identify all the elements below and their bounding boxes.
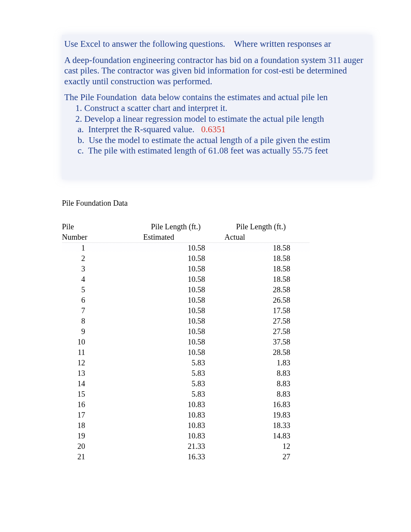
table-row: 110.5818.58 [62,242,310,253]
table-row: 155.838.83 [62,389,310,399]
table-row: 210.5818.58 [62,253,310,264]
table-row: 1610.8316.83 [62,399,310,410]
cell-pile-number: 11 [62,347,139,358]
table-row: 510.5828.58 [62,285,310,295]
cell-pile-number: 10 [62,337,139,347]
cell-actual: 1.83 [224,358,310,368]
question-2a-text: a. Interpret the R-squared value. [64,124,201,134]
cell-pile-number: 19 [62,431,139,441]
table-row: 910.5827.58 [62,326,310,337]
cell-pile-number: 2 [62,253,139,264]
cell-actual: 18.58 [224,264,310,274]
intro-text: Use Excel to answer the following questi… [64,39,370,49]
cell-actual: 8.83 [224,368,310,379]
header-number: Number [62,232,139,243]
cell-actual: 28.58 [224,285,310,295]
question-2a: a. Interpret the R-squared value. 0.6351 [64,124,370,135]
cell-estimated: 10.58 [139,316,224,326]
question-2c: c. The pile with estimated length of 61.… [64,145,370,156]
cell-actual: 27 [224,452,310,462]
cell-estimated: 10.58 [139,242,224,253]
cell-pile-number: 21 [62,452,139,462]
cell-actual: 28.58 [224,347,310,358]
cell-estimated: 10.58 [139,347,224,358]
question-2: 2. Develop a linear regression model to … [64,114,370,124]
question-2b: b. Use the model to estimate the actual … [64,135,370,146]
cell-estimated: 10.58 [139,295,224,305]
cell-estimated: 10.58 [139,264,224,274]
cell-actual: 18.33 [224,420,310,431]
cell-estimated: 5.83 [139,358,224,368]
question-1: 1. Construct a scatter chart and interpr… [64,103,370,114]
cell-actual: 18.58 [224,274,310,285]
cell-pile-number: 6 [62,295,139,305]
cell-estimated: 10.58 [139,305,224,316]
header-pile: Pile [62,222,139,232]
cell-actual: 14.83 [224,431,310,441]
page-content: Use Excel to answer the following questi… [0,0,411,485]
cell-estimated: 10.83 [139,420,224,431]
header-length-act: Pile Length (ft.) [224,222,310,232]
table-title: Pile Foundation Data [62,199,372,208]
cell-actual: 8.83 [224,379,310,389]
pile-data-table: Pile Pile Length (ft.) Pile Length (ft.)… [62,222,310,462]
table-body: 110.5818.58210.5818.58310.5818.58410.581… [62,242,310,462]
cell-estimated: 10.58 [139,337,224,347]
header-length-est: Pile Length (ft.) [139,222,224,232]
cell-pile-number: 3 [62,264,139,274]
table-row: 810.5827.58 [62,316,310,326]
cell-estimated: 10.83 [139,431,224,441]
cell-pile-number: 5 [62,285,139,295]
cell-pile-number: 9 [62,326,139,337]
cell-actual: 16.83 [224,399,310,410]
table-row: 2116.3327 [62,452,310,462]
cell-actual: 18.58 [224,253,310,264]
cell-estimated: 10.58 [139,274,224,285]
table-row: 125.831.83 [62,358,310,368]
cell-pile-number: 14 [62,379,139,389]
table-row: 2021.3312 [62,441,310,452]
cell-actual: 26.58 [224,295,310,305]
cell-actual: 18.58 [224,242,310,253]
table-row: 310.5818.58 [62,264,310,274]
cell-pile-number: 16 [62,399,139,410]
cell-actual: 12 [224,441,310,452]
cell-estimated: 5.83 [139,389,224,399]
cell-actual: 27.58 [224,316,310,326]
cell-pile-number: 20 [62,441,139,452]
cell-estimated: 10.58 [139,326,224,337]
cell-pile-number: 7 [62,305,139,316]
table-header-row-2: Number Estimated Actual [62,232,310,243]
table-row: 1910.8314.83 [62,431,310,441]
cell-pile-number: 15 [62,389,139,399]
table-row: 1010.5837.58 [62,337,310,347]
header-estimated: Estimated [139,232,224,243]
cell-actual: 8.83 [224,389,310,399]
cell-estimated: 21.33 [139,441,224,452]
cell-estimated: 5.83 [139,368,224,379]
cell-estimated: 5.83 [139,379,224,389]
cell-estimated: 10.58 [139,285,224,295]
table-row: 610.5826.58 [62,295,310,305]
table-row: 135.838.83 [62,368,310,379]
cell-actual: 19.83 [224,410,310,420]
table-header-row-1: Pile Pile Length (ft.) Pile Length (ft.) [62,222,310,232]
cell-actual: 27.58 [224,326,310,337]
header-actual: Actual [224,232,310,243]
cell-actual: 17.58 [224,305,310,316]
cell-estimated: 10.83 [139,399,224,410]
cell-pile-number: 12 [62,358,139,368]
table-row: 410.5818.58 [62,274,310,285]
background-paragraph: A deep-foundation engineering contractor… [64,55,370,87]
table-row: 1710.8319.83 [62,410,310,420]
cell-pile-number: 13 [62,368,139,379]
cell-pile-number: 4 [62,274,139,285]
table-row: 145.838.83 [62,379,310,389]
cell-estimated: 10.58 [139,253,224,264]
lead-in-text: The Pile Foundation data below contains … [64,92,370,103]
cell-pile-number: 1 [62,242,139,253]
cell-estimated: 10.83 [139,410,224,420]
cell-actual: 37.58 [224,337,310,347]
r-squared-value: 0.6351 [201,124,226,134]
cell-pile-number: 18 [62,420,139,431]
